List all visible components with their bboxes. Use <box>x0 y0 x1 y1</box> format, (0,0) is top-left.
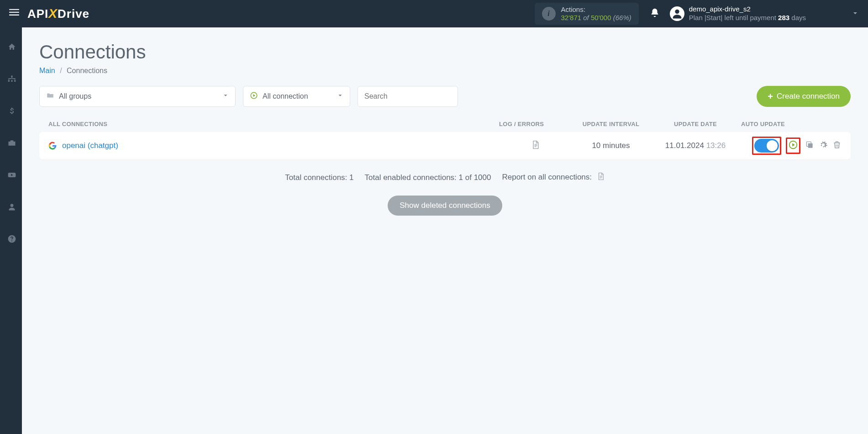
update-interval: 10 minutes <box>572 141 650 150</box>
sidebar-tools[interactable] <box>0 132 22 153</box>
status-select-label: All connection <box>263 92 308 101</box>
sidebar-account[interactable] <box>0 196 22 217</box>
chevron-down-icon <box>852 10 859 18</box>
plus-icon: + <box>768 91 773 102</box>
connection-row: openai (chatgpt) 10 minutes 11.01.2024 1… <box>39 132 851 159</box>
chevron-down-icon <box>337 92 343 101</box>
google-icon <box>48 142 57 150</box>
sidebar-home[interactable] <box>0 37 22 58</box>
copy-icon[interactable] <box>805 140 814 151</box>
th-update-date: UPDATE DATE <box>650 121 741 127</box>
svg-point-11 <box>11 240 12 241</box>
svg-rect-0 <box>9 9 19 10</box>
groups-select-label: All groups <box>59 92 91 101</box>
logo[interactable]: APIXDrive <box>27 6 89 21</box>
status-select[interactable]: All connection <box>243 86 350 107</box>
actions-pct: (66%) <box>613 14 631 21</box>
svg-rect-6 <box>11 80 12 82</box>
avatar-icon <box>670 6 684 21</box>
th-update-interval: UPDATE INTERVAL <box>572 121 650 127</box>
show-deleted-button[interactable]: Show deleted connections <box>388 196 502 216</box>
connection-name[interactable]: openai (chatgpt) <box>62 141 499 150</box>
stats-report: Report on all connections: <box>502 173 592 181</box>
stats-enabled: Total enabled connections: 1 of 1000 <box>365 173 491 182</box>
page-title: Connections <box>39 41 851 63</box>
svg-rect-1 <box>9 12 19 13</box>
svg-rect-14 <box>808 143 813 148</box>
svg-rect-4 <box>11 76 12 77</box>
svg-rect-5 <box>8 80 9 82</box>
groups-select[interactable]: All groups <box>39 86 236 107</box>
actions-count: 32'871 <box>561 14 582 21</box>
chevron-down-icon <box>222 92 229 101</box>
plan-info: Plan |Start| left until payment 283 days <box>689 14 806 22</box>
play-circle-icon <box>250 91 258 101</box>
stats-report-wrap: Report on all connections: <box>502 172 605 183</box>
hamburger-menu-icon[interactable] <box>9 7 19 20</box>
th-all-connections: ALL CONNECTIONS <box>48 121 499 127</box>
th-auto-update: AUTO UPDATE <box>741 121 842 127</box>
sidebar-video[interactable] <box>0 164 22 185</box>
gear-icon[interactable] <box>819 140 828 151</box>
breadcrumb-main[interactable]: Main <box>39 67 55 74</box>
folder-icon <box>46 91 54 101</box>
actions-label: Actions: <box>561 5 631 14</box>
svg-rect-7 <box>14 80 16 82</box>
stats-total: Total connections: 1 <box>285 173 353 182</box>
th-log-errors: LOG / ERRORS <box>499 121 572 127</box>
bell-icon[interactable] <box>650 8 660 20</box>
svg-rect-2 <box>9 15 19 16</box>
breadcrumb-current: Connections <box>67 67 107 74</box>
create-connection-button[interactable]: + Create connection <box>757 86 851 107</box>
trash-icon[interactable] <box>832 140 842 151</box>
actions-counter[interactable]: i Actions: 32'871 of 50'000 (66%) <box>535 3 639 25</box>
sidebar-billing[interactable] <box>0 101 22 122</box>
run-icon[interactable] <box>788 140 798 152</box>
user-menu[interactable]: demo_apix-drive_s2 Plan |Start| left unt… <box>670 5 859 22</box>
report-icon[interactable] <box>597 174 605 182</box>
search-input[interactable] <box>358 86 458 107</box>
username: demo_apix-drive_s2 <box>689 5 806 14</box>
sidebar-connections[interactable] <box>0 69 22 90</box>
svg-point-9 <box>10 204 13 207</box>
create-connection-label: Create connection <box>777 92 840 101</box>
sidebar-help[interactable] <box>0 228 22 249</box>
info-icon: i <box>542 7 556 21</box>
breadcrumb: Main / Connections <box>39 67 851 75</box>
actions-of: of <box>583 14 589 21</box>
log-icon[interactable] <box>531 140 540 151</box>
svg-point-3 <box>675 10 679 14</box>
update-date: 11.01.2024 13:26 <box>650 141 741 150</box>
actions-limit: 50'000 <box>591 14 611 21</box>
auto-update-toggle[interactable] <box>754 139 779 153</box>
